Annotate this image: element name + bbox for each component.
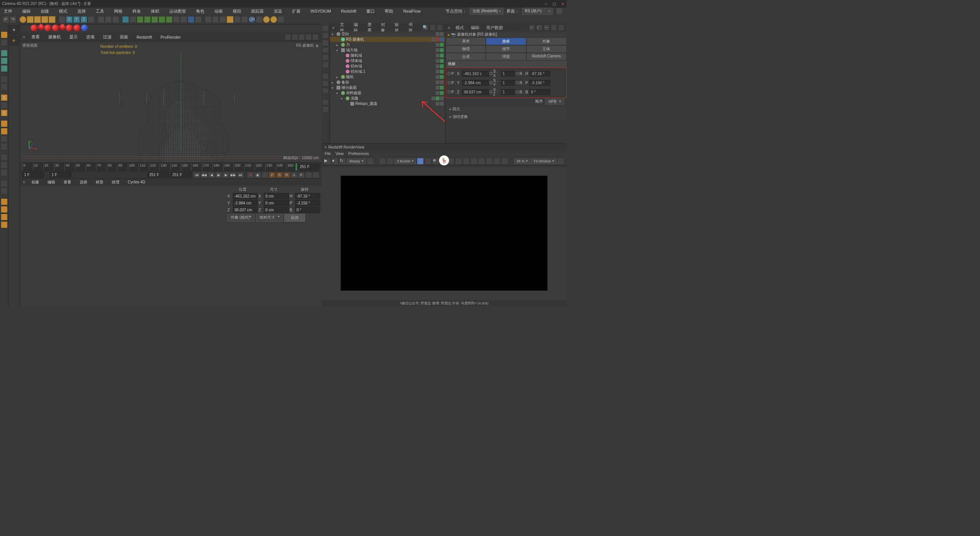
tree-row[interactable]: 径向域.1 [330, 69, 445, 74]
quant2-icon[interactable] [1, 128, 8, 135]
tag-icon[interactable] [436, 75, 439, 79]
quaternion-expander[interactable]: 四元 [446, 105, 567, 113]
mat-menu-item[interactable]: 创建 [31, 180, 39, 185]
rs-btn[interactable] [455, 158, 462, 165]
sel2-icon[interactable] [1, 206, 8, 213]
tag-icon[interactable] [436, 91, 439, 95]
menu-item[interactable]: 扩展 [292, 8, 301, 14]
redo-button[interactable]: ↷ [10, 16, 16, 23]
vp-icon[interactable] [285, 34, 291, 40]
rf1-icon[interactable] [256, 16, 263, 23]
rs-snowflake-icon[interactable]: ❄ [432, 158, 439, 165]
attr-input[interactable]: -2.984 cm [462, 80, 489, 86]
attr-tab[interactable]: 合成 [446, 53, 486, 60]
record-button[interactable]: ● [247, 172, 254, 178]
tag-icon[interactable] [436, 96, 439, 100]
menu-item[interactable]: 跟踪器 [251, 8, 264, 14]
tag-icon[interactable] [440, 48, 444, 52]
play-button[interactable]: ▶ [215, 172, 222, 178]
scale-tool-icon[interactable] [34, 16, 41, 23]
tree-row[interactable]: ▸ 随机 [330, 74, 445, 80]
rs-fit-dropdown[interactable]: Fit Window [531, 159, 557, 164]
menu-item[interactable]: 动画 [214, 8, 223, 14]
playhead[interactable] [296, 163, 297, 170]
os-icon[interactable] [322, 99, 328, 105]
menu-item[interactable]: 角色 [196, 8, 204, 14]
menu-item[interactable]: 渲染 [274, 8, 282, 14]
layout-dropdown[interactable]: RS (用户) [522, 8, 553, 15]
plugin2-icon[interactable] [212, 16, 219, 23]
viewport[interactable]: 透视视图 RS 摄像机⊕ Number of emitters: 0 Total… [20, 41, 322, 162]
vp-icon[interactable] [305, 34, 312, 40]
tag-icon[interactable] [440, 96, 444, 100]
tree-row[interactable]: ▾ 克隆 [330, 96, 445, 101]
end-frame[interactable]: 251 F [170, 172, 192, 178]
attr-input[interactable]: -97.16 ° [529, 71, 550, 77]
rs-btn[interactable] [557, 158, 564, 165]
rf2-icon[interactable] [263, 16, 270, 23]
menu-item[interactable]: 运动图形 [169, 8, 186, 14]
sel1-icon[interactable] [1, 198, 8, 205]
pos-input[interactable]: -461.162 cm [233, 193, 258, 199]
sel4-icon[interactable] [1, 221, 8, 228]
menu-item[interactable]: INSYDIUM [310, 9, 331, 13]
tag-icon[interactable] [440, 43, 444, 47]
preview-start[interactable]: 1 F [50, 172, 71, 178]
tag-icon[interactable] [436, 102, 439, 106]
rs-btn[interactable] [425, 158, 431, 165]
attr-tab[interactable]: 对象 [526, 38, 567, 45]
keyopt6-button[interactable]: P [298, 172, 305, 178]
nav-fwd-icon[interactable]: → [544, 25, 550, 31]
rotate-tool-icon[interactable] [41, 16, 48, 23]
view-menu-item[interactable]: 显示 [69, 34, 78, 40]
rs-zoom-dropdown[interactable]: 95 % [514, 159, 531, 164]
texture-mode-icon[interactable] [1, 76, 8, 83]
attr-menu-item[interactable]: 模式 [456, 25, 464, 31]
hamburger-icon[interactable]: ≡ [325, 145, 327, 149]
os-icon[interactable] [322, 80, 328, 87]
rot-input[interactable]: 0 ° [295, 207, 320, 213]
hamburger-icon[interactable]: ≡ [23, 180, 25, 184]
tag-icon[interactable] [436, 59, 439, 63]
maximize-button[interactable]: ▢ [552, 2, 556, 6]
tree-row[interactable]: Retopo_圆盘 [330, 101, 445, 106]
tag-icon[interactable] [440, 80, 444, 84]
model-mode-icon[interactable] [1, 31, 8, 38]
rs-play-button[interactable]: ▶ [324, 158, 331, 165]
attr-input[interactable]: 1 [501, 80, 515, 86]
attr-tab[interactable]: 球面 [486, 53, 526, 60]
tag-icon[interactable] [436, 48, 439, 52]
search-icon[interactable]: 🔍 [422, 25, 428, 31]
rs-btn[interactable] [478, 158, 485, 165]
preview-end[interactable]: 251 F [147, 172, 169, 178]
nav-back-icon[interactable]: ← [529, 25, 535, 31]
plugin4-icon[interactable] [227, 16, 234, 23]
tag-icon[interactable] [436, 32, 439, 36]
rs-refresh-button[interactable]: ↻ [339, 158, 346, 165]
tree-row[interactable]: ▾ 细分曲面 [330, 85, 445, 90]
misc3-icon[interactable] [1, 180, 8, 187]
rot-input[interactable]: -97.16 ° [295, 193, 320, 199]
attr-input[interactable]: 1 [501, 89, 515, 95]
recent-tool-icon[interactable] [49, 16, 56, 23]
rs-btn[interactable] [470, 158, 477, 165]
material-area[interactable] [20, 185, 226, 306]
tree-row[interactable]: RS 摄像机 [330, 37, 445, 42]
os-icon[interactable] [322, 73, 328, 79]
rs-btn[interactable] [463, 158, 470, 165]
mat-menu-item[interactable]: 选择 [80, 180, 87, 185]
mat-menu-item[interactable]: 编辑 [47, 180, 55, 185]
tag-icon[interactable] [436, 80, 439, 84]
menu-item[interactable]: 样条 [132, 8, 141, 14]
os-icon[interactable] [322, 47, 328, 53]
camera-lock-icon[interactable]: ⊕ [315, 44, 318, 48]
tag-icon[interactable] [431, 38, 435, 41]
view-icon[interactable] [437, 25, 443, 31]
menu-item[interactable]: RealFlow [403, 9, 421, 13]
locked-icon[interactable] [1, 154, 8, 161]
rs-aov-dropdown[interactable]: Beauty [347, 159, 366, 164]
mograph-icon[interactable] [158, 16, 165, 23]
x-axis-icon[interactable]: X [66, 16, 73, 23]
start-frame[interactable]: 1 F [22, 172, 44, 178]
rs-menu-item[interactable]: File [325, 152, 331, 156]
